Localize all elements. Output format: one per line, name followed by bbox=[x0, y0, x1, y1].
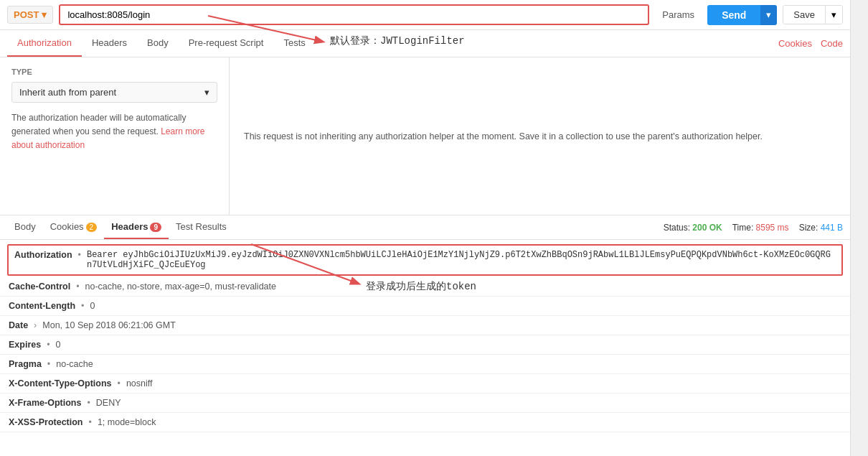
header-separator: • bbox=[78, 250, 81, 260]
header-key: Content-Length bbox=[9, 301, 75, 311]
header-key: Authorization bbox=[14, 250, 72, 260]
status-ok: 200 OK bbox=[692, 223, 722, 233]
header-key: Pragma bbox=[9, 359, 42, 369]
method-chevron: ▾ bbox=[42, 9, 47, 20]
time-label: Time: 8595 ms bbox=[732, 223, 789, 233]
right-sidebar bbox=[850, 0, 868, 456]
code-link[interactable]: Code bbox=[821, 31, 843, 56]
header-value: DENY bbox=[96, 398, 121, 408]
cookies-badge: 2 bbox=[86, 223, 98, 232]
header-row: Authorization • Bearer eyJhbGciOiJIUzUxM… bbox=[7, 244, 843, 276]
method-select[interactable]: POST ▾ bbox=[7, 6, 53, 24]
request-tab-bar: Authorization Headers Body Pre-request S… bbox=[0, 30, 850, 57]
header-row: Expires • 0 bbox=[0, 335, 850, 355]
response-tab-bar: Body Cookies2 Headers9 Test Results Stat… bbox=[0, 215, 850, 240]
size-label: Size: 441 B bbox=[799, 223, 843, 233]
header-row: Pragma • no-cache bbox=[0, 355, 850, 374]
top-bar: POST ▾ Params Send ▾ Save ▾ bbox=[0, 0, 850, 30]
params-button[interactable]: Params bbox=[655, 6, 702, 24]
header-value: 0 bbox=[56, 340, 61, 350]
header-separator: • bbox=[87, 398, 90, 408]
headers-table: Authorization • Bearer eyJhbGciOiJIUzUxM… bbox=[0, 240, 850, 435]
header-key: Expires bbox=[9, 340, 41, 350]
tab-authorization[interactable]: Authorization bbox=[7, 30, 82, 57]
header-row: X-Frame-Options • DENY bbox=[0, 394, 850, 413]
res-tab-headers[interactable]: Headers9 bbox=[104, 215, 169, 239]
type-label: TYPE bbox=[11, 68, 217, 76]
type-value: Inherit auth from parent bbox=[19, 87, 116, 98]
header-row: X-Content-Type-Options • nosniff bbox=[0, 374, 850, 394]
save-button[interactable]: Save bbox=[783, 6, 825, 24]
header-key: X-XSS-Protection bbox=[9, 417, 83, 427]
status-size: 441 B bbox=[821, 223, 843, 233]
res-tab-cookies[interactable]: Cookies2 bbox=[43, 215, 105, 239]
header-value: no-cache, no-store, max-age=0, must-reva… bbox=[85, 281, 276, 292]
header-separator: • bbox=[89, 417, 92, 427]
send-dropdown-button[interactable]: ▾ bbox=[760, 5, 777, 25]
header-value: no-cache bbox=[56, 359, 93, 369]
header-separator: • bbox=[81, 301, 84, 311]
tab-tests[interactable]: Tests bbox=[273, 30, 315, 57]
header-key: Cache-Control bbox=[9, 281, 70, 292]
status-time: 8595 ms bbox=[756, 223, 789, 233]
header-row: Content-Length • 0 bbox=[0, 297, 850, 316]
auth-panel: TYPE Inherit auth from parent ▾ The auth… bbox=[0, 57, 230, 215]
main-content: TYPE Inherit auth from parent ▾ The auth… bbox=[0, 57, 850, 215]
header-row: X-XSS-Protection • 1; mode=block bbox=[0, 413, 850, 432]
tab-body[interactable]: Body bbox=[137, 30, 179, 57]
header-separator: • bbox=[118, 378, 121, 388]
auth-info: This request is not inheriting any autho… bbox=[230, 57, 850, 215]
header-value: Mon, 10 Sep 2018 06:21:06 GMT bbox=[42, 320, 176, 330]
header-value: 0 bbox=[90, 301, 95, 311]
save-dropdown-button[interactable]: ▾ bbox=[825, 6, 842, 24]
tab-right-actions: Cookies Code bbox=[778, 31, 843, 56]
header-separator: • bbox=[76, 281, 79, 292]
res-tab-body[interactable]: Body bbox=[7, 215, 43, 239]
status-area: Status: 200 OK Time: 8595 ms Size: 441 B bbox=[664, 223, 843, 233]
tab-headers[interactable]: Headers bbox=[82, 30, 137, 57]
method-label: POST bbox=[14, 9, 39, 20]
res-tab-test-results[interactable]: Test Results bbox=[169, 215, 234, 239]
page-wrapper: POST ▾ Params Send ▾ Save ▾ Authorizatio… bbox=[0, 0, 868, 456]
header-row: Cache-Control • no-cache, no-store, max-… bbox=[0, 277, 850, 297]
header-key: X-Content-Type-Options bbox=[9, 378, 112, 388]
send-group: Send ▾ bbox=[707, 5, 777, 25]
auth-description: The authorization header will be automat… bbox=[11, 111, 217, 153]
save-group: Save ▾ bbox=[783, 5, 843, 24]
header-value: Bearer eyJhbGciOiJIUzUxMiJ9.eyJzdWIiOiJ0… bbox=[87, 250, 836, 270]
header-separator: • bbox=[47, 359, 50, 369]
tab-pre-request-script[interactable]: Pre-request Script bbox=[179, 30, 274, 57]
cookies-link[interactable]: Cookies bbox=[778, 31, 812, 56]
status-label: Status: 200 OK bbox=[664, 223, 722, 233]
url-input[interactable] bbox=[59, 4, 649, 25]
send-button[interactable]: Send bbox=[707, 5, 760, 25]
type-select[interactable]: Inherit auth from parent ▾ bbox=[11, 82, 217, 103]
headers-badge: 9 bbox=[150, 223, 161, 232]
header-key: X-Frame-Options bbox=[9, 398, 81, 408]
header-value: 1; mode=block bbox=[98, 417, 156, 427]
inner-layout: POST ▾ Params Send ▾ Save ▾ Authorizatio… bbox=[0, 0, 850, 435]
header-separator: • bbox=[47, 340, 49, 350]
header-key: Date bbox=[9, 320, 28, 330]
header-separator: › bbox=[34, 320, 37, 330]
type-chevron: ▾ bbox=[204, 87, 209, 98]
header-row: Date › Mon, 10 Sep 2018 06:21:06 GMT bbox=[0, 316, 850, 335]
header-value: nosniff bbox=[126, 378, 153, 388]
